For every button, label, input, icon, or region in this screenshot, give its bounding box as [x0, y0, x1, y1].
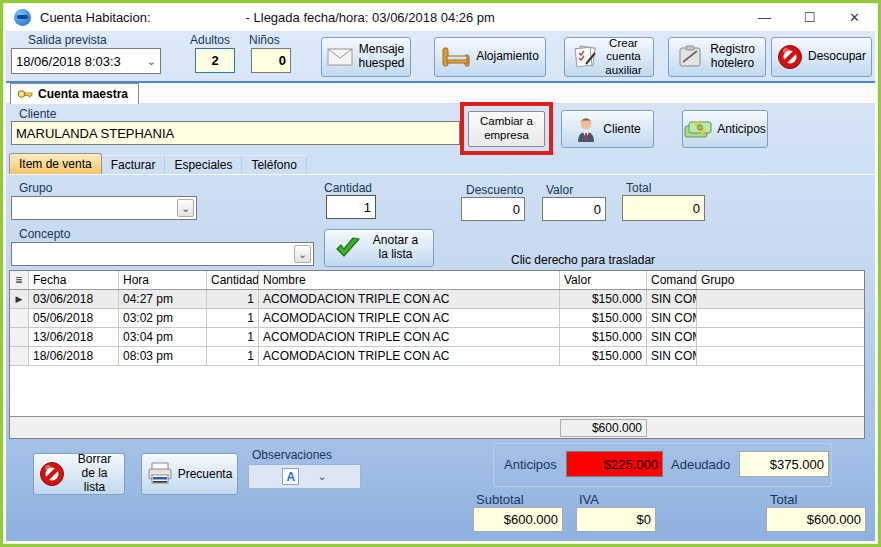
- salida-prevista-value: 18/06/2018 8:03:3: [16, 54, 121, 69]
- key-icon: [17, 88, 33, 100]
- cell-valor: $150.000: [560, 328, 647, 346]
- grid-gutter-icon: ≣: [10, 271, 29, 289]
- minimize-button[interactable]: —: [742, 5, 787, 31]
- cambiar-a-empresa-button[interactable]: Cambiar a empresa: [468, 111, 545, 147]
- maximize-button[interactable]: ☐: [787, 5, 832, 31]
- cell-fecha: 18/06/2018: [29, 347, 119, 365]
- person-icon: [574, 116, 598, 142]
- table-row[interactable]: 18/06/2018 08:03 pm 1 ACOMODACION TRIPLE…: [10, 347, 864, 366]
- master-tab-strip: Cuenta maestra: [6, 83, 875, 104]
- col-header-valor[interactable]: Valor: [560, 271, 647, 289]
- cliente-input[interactable]: MARULANDA STEPHANIA: [11, 121, 460, 145]
- cell-nombre: ACOMODACION TRIPLE CON AC: [259, 290, 560, 308]
- adultos-input[interactable]: 2: [195, 48, 235, 73]
- observaciones-combobox[interactable]: A ⌄: [248, 464, 361, 489]
- ninos-input[interactable]: 0: [251, 48, 291, 73]
- no-entry-icon: [39, 461, 65, 487]
- desocupar-button[interactable]: Desocupar: [771, 37, 872, 77]
- col-header-hora[interactable]: Hora: [119, 271, 207, 289]
- concepto-combobox[interactable]: ⌄: [11, 242, 314, 266]
- tab-especiales[interactable]: Especiales: [165, 155, 242, 174]
- valor-input[interactable]: 0: [542, 197, 606, 221]
- anticipos-button-label: Anticipos: [717, 122, 766, 136]
- col-header-nombre[interactable]: Nombre: [259, 271, 560, 289]
- cell-comanda: SIN COMANDA: [647, 328, 697, 346]
- tab-facturar[interactable]: Facturar: [102, 155, 166, 174]
- total-input[interactable]: 0: [622, 195, 705, 221]
- cell-cantidad: 1: [207, 290, 259, 308]
- cliente-label: Cliente: [19, 107, 56, 121]
- tab-cuenta-maestra-label: Cuenta maestra: [38, 87, 128, 101]
- cell-grupo: [697, 290, 864, 308]
- concepto-chevron[interactable]: ⌄: [294, 245, 311, 263]
- cell-comanda: SIN COMANDA: [647, 309, 697, 327]
- tab-cuenta-maestra[interactable]: Cuenta maestra: [10, 83, 139, 104]
- col-header-cantidad[interactable]: Cantidad: [207, 271, 259, 289]
- chevron-down-icon[interactable]: ⌄: [147, 55, 156, 68]
- adeudado-label: Adeudado: [671, 457, 730, 472]
- row-gutter: [10, 347, 29, 365]
- close-button[interactable]: ✕: [832, 5, 877, 31]
- cell-nombre: ACOMODACION TRIPLE CON AC: [259, 309, 560, 327]
- row-selector-marker: ▶: [10, 290, 29, 308]
- cell-hora: 03:02 pm: [119, 309, 207, 327]
- grid-total-cell: $600.000: [560, 419, 647, 437]
- subtotal-value-field: $600.000: [473, 507, 563, 532]
- tab-telefono[interactable]: Teléfono: [242, 155, 306, 174]
- cell-cantidad: 1: [207, 309, 259, 327]
- cell-cantidad: 1: [207, 328, 259, 346]
- col-header-comanda[interactable]: Comanda: [647, 271, 697, 289]
- grupo-chevron[interactable]: ⌄: [177, 199, 194, 217]
- cell-valor: $150.000: [560, 347, 647, 365]
- cliente-button-label: Cliente: [603, 122, 640, 136]
- mensaje-huesped-button[interactable]: Mensaje huesped: [321, 37, 411, 77]
- cell-valor: $150.000: [560, 309, 647, 327]
- envelope-icon: [327, 48, 353, 66]
- cantidad-label: Cantidad: [324, 181, 372, 195]
- items-grid[interactable]: ≣ Fecha Hora Cantidad Nombre Valor Coman…: [9, 270, 865, 439]
- precuenta-button[interactable]: Precuenta: [141, 453, 238, 495]
- table-row[interactable]: 05/06/2018 03:02 pm 1 ACOMODACION TRIPLE…: [10, 309, 864, 328]
- crear-cuenta-auxiliar-button[interactable]: Crear cuenta auxiliar: [564, 37, 654, 77]
- alojamiento-label: Alojamiento: [476, 50, 539, 64]
- cell-valor: $150.000: [560, 290, 647, 308]
- grid-footer: $600.000: [10, 416, 864, 438]
- col-header-grupo[interactable]: Grupo: [697, 271, 864, 289]
- grupo-label: Grupo: [19, 181, 52, 195]
- mensaje-huesped-label: Mensaje huesped: [358, 43, 406, 71]
- cell-fecha: 13/06/2018: [29, 328, 119, 346]
- cell-hora: 03:04 pm: [119, 328, 207, 346]
- note-pen-icon: [572, 44, 598, 70]
- cantidad-input[interactable]: 1: [326, 195, 376, 219]
- tab-underline: [6, 174, 875, 175]
- no-entry-icon: [777, 44, 803, 70]
- tab-item-de-venta[interactable]: Item de venta: [9, 153, 102, 174]
- alojamiento-button[interactable]: Alojamiento: [434, 37, 546, 77]
- cell-grupo: [697, 347, 864, 365]
- subtotal-label: Subtotal: [476, 492, 524, 507]
- adeudado-value-field: $375.000: [739, 451, 829, 477]
- adultos-label: Adultos: [190, 33, 230, 47]
- anticipos-button[interactable]: Anticipos: [682, 110, 768, 148]
- venta-tab-strip: Item de venta Facturar Especiales Teléfo…: [9, 153, 307, 174]
- anticipos-value-field: $225.000: [566, 451, 663, 477]
- col-header-fecha[interactable]: Fecha: [29, 271, 119, 289]
- chevron-down-icon[interactable]: ⌄: [317, 470, 326, 483]
- crear-cuenta-auxiliar-label: Crear cuenta auxiliar: [601, 37, 647, 77]
- cell-nombre: ACOMODACION TRIPLE CON AC: [259, 328, 560, 346]
- descuento-input[interactable]: 0: [461, 197, 525, 221]
- cliente-button[interactable]: Cliente: [561, 110, 654, 148]
- anotar-a-la-lista-button[interactable]: Anotar a la lista: [324, 229, 434, 267]
- iva-value-field: $0: [576, 507, 656, 532]
- salida-prevista-combobox[interactable]: 18/06/2018 8:03:3 ⌄: [11, 48, 161, 74]
- cell-nombre: ACOMODACION TRIPLE CON AC: [259, 347, 560, 365]
- table-row[interactable]: 13/06/2018 03:04 pm 1 ACOMODACION TRIPLE…: [10, 328, 864, 347]
- registro-hotelero-button[interactable]: Registro hotelero: [668, 37, 766, 77]
- borrar-de-la-lista-button[interactable]: Borrar de la lista: [33, 453, 125, 495]
- table-row[interactable]: ▶ 03/06/2018 04:27 pm 1 ACOMODACION TRIP…: [10, 290, 864, 309]
- desocupar-label: Desocupar: [808, 50, 866, 64]
- grand-total-value-field: $600.000: [766, 507, 866, 532]
- grupo-combobox[interactable]: ⌄: [11, 196, 197, 220]
- cell-fecha: 03/06/2018: [29, 290, 119, 308]
- bed-icon: [441, 46, 471, 68]
